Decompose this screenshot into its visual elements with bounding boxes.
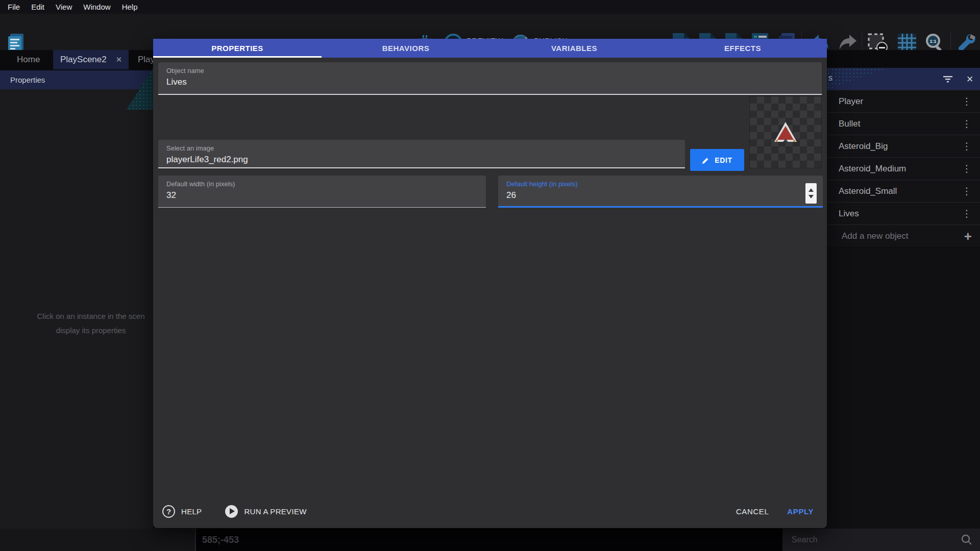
close-panel-icon[interactable]: ✕	[964, 73, 976, 85]
dialog-actions: ? HELP RUN A PREVIEW CANCEL APPLY	[153, 498, 827, 524]
object-name-label: Object name	[166, 67, 814, 74]
statusbar: 585;-453	[196, 529, 782, 551]
object-name: Asteroid_Medium	[839, 164, 962, 174]
stepper-up-icon[interactable]	[808, 188, 814, 192]
hint-line-1: Click on an instance in the scen	[4, 309, 178, 323]
objects-search-bar	[782, 529, 980, 551]
default-height-input[interactable]	[506, 190, 768, 201]
search-input[interactable]	[782, 535, 961, 544]
help-icon-glyph: ?	[166, 507, 171, 516]
statusbar-left	[0, 529, 195, 551]
svg-text:1:1: 1:1	[929, 39, 936, 44]
edit-image-button[interactable]: EDIT	[690, 149, 744, 171]
default-height-label: Default height (in pixels)	[506, 180, 815, 188]
stepper-down-icon[interactable]	[808, 195, 814, 198]
tab-home[interactable]: Home	[8, 50, 49, 69]
play-triangle	[230, 508, 235, 514]
run-preview-button[interactable]: RUN A PREVIEW	[244, 507, 306, 516]
apply-button[interactable]: APPLY	[787, 507, 814, 516]
add-new-object-label: Add a new object	[839, 231, 964, 241]
image-select-field: Select an image	[158, 140, 685, 168]
properties-hint-text: Click on an instance in the scen display…	[4, 309, 178, 338]
objects-panel-body	[827, 247, 980, 529]
tab-behaviors[interactable]: BEHAVIORS	[322, 39, 490, 58]
object-row-bullet[interactable]: Bullet ⋮	[827, 112, 980, 135]
image-select-label: Select an image	[166, 144, 677, 152]
menu-file[interactable]: File	[2, 0, 26, 14]
tab-variables[interactable]: VARIABLES	[490, 39, 658, 58]
run-preview-icon[interactable]	[225, 505, 238, 518]
filter-icon[interactable]	[942, 73, 954, 85]
object-row-lives[interactable]: Lives ⋮	[827, 202, 980, 224]
kebab-menu-icon[interactable]: ⋮	[962, 95, 972, 107]
menu-view[interactable]: View	[50, 0, 78, 14]
default-height-field: Default height (in pixels)	[498, 176, 823, 208]
dialog-tab-bar: PROPERTIES BEHAVIORS VARIABLES EFFECTS	[153, 39, 827, 58]
object-name: Asteroid_Big	[839, 141, 962, 152]
help-icon[interactable]: ?	[162, 505, 175, 518]
object-row-asteroid-medium[interactable]: Asteroid_Medium ⋮	[827, 157, 980, 180]
tab-home-label: Home	[17, 55, 40, 65]
tab-effects[interactable]: EFFECTS	[658, 39, 827, 58]
filter-icon-glyph	[943, 75, 953, 83]
add-new-object-row[interactable]: Add a new object +	[827, 224, 980, 247]
search-icon[interactable]	[961, 534, 973, 546]
cancel-button[interactable]: CANCEL	[736, 507, 769, 516]
objects-header-label-partial: s	[828, 73, 832, 83]
tab-playscene2-label: PlayScene2	[60, 55, 107, 65]
objects-header-decoration	[827, 68, 888, 90]
help-button[interactable]: HELP	[181, 507, 202, 516]
tab-playscene2[interactable]: PlayScene2 ✕	[53, 50, 129, 69]
objects-panel-header: s ✕	[827, 68, 980, 90]
tab-play-partial-label: Play	[138, 55, 155, 65]
default-width-field: Default width (in pixels)	[158, 176, 486, 208]
object-name-input[interactable]	[166, 77, 814, 87]
menu-window[interactable]: Window	[78, 0, 116, 14]
menu-help[interactable]: Help	[116, 0, 143, 14]
object-name: Asteroid_Small	[839, 186, 962, 196]
add-icon: +	[964, 231, 972, 241]
menu-bar: File Edit View Window Help	[0, 0, 980, 14]
object-row-asteroid-big[interactable]: Asteroid_Big ⋮	[827, 135, 980, 157]
object-name-field: Object name	[158, 62, 822, 95]
object-row-player[interactable]: Player ⋮	[827, 90, 980, 112]
object-name: Bullet	[839, 119, 962, 129]
default-width-label: Default width (in pixels)	[166, 180, 478, 188]
properties-panel-header: Properties	[0, 70, 153, 89]
default-width-input[interactable]	[166, 190, 478, 201]
menu-edit[interactable]: Edit	[26, 0, 50, 14]
edit-button-label: EDIT	[715, 156, 732, 164]
number-stepper[interactable]	[805, 183, 817, 204]
kebab-menu-icon[interactable]: ⋮	[962, 185, 972, 197]
object-properties-dialog: PROPERTIES BEHAVIORS VARIABLES EFFECTS O…	[153, 39, 827, 528]
object-row-asteroid-small[interactable]: Asteroid_Small ⋮	[827, 180, 980, 202]
hint-line-2: display its properties	[4, 323, 178, 338]
kebab-menu-icon[interactable]: ⋮	[962, 208, 972, 219]
kebab-menu-icon[interactable]: ⋮	[962, 118, 972, 130]
tab-properties[interactable]: PROPERTIES	[153, 39, 322, 58]
kebab-menu-icon[interactable]: ⋮	[962, 163, 972, 174]
close-icon[interactable]: ✕	[116, 55, 122, 64]
ship-sprite	[773, 120, 798, 144]
pencil-icon	[702, 156, 710, 164]
cursor-coordinates: 585;-453	[202, 535, 239, 545]
sprite-thumbnail[interactable]	[749, 96, 822, 168]
app-window: File Edit View Window Help	[0, 0, 980, 551]
object-name: Player	[839, 96, 962, 107]
kebab-menu-icon[interactable]: ⋮	[962, 140, 972, 152]
image-select-input[interactable]	[166, 155, 677, 165]
object-name: Lives	[839, 209, 962, 219]
